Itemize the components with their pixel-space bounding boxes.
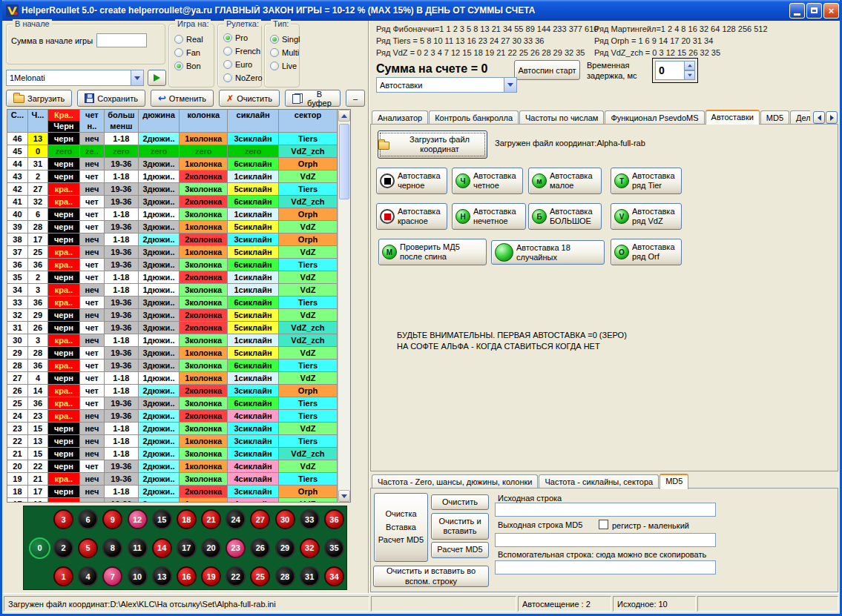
tab-частоты-по-числам[interactable]: Частоты по числам (519, 110, 604, 125)
table-row[interactable]: 3817черннеч1-182дюжи..2колонка3сиклайнOr… (7, 234, 338, 246)
table-row[interactable]: 406чернчет1-181дюжи..3колонка1сиклайнOrp… (7, 208, 338, 221)
table-row[interactable]: 432чернчет1-181дюжи..2колонка1сиклайнVdZ (7, 170, 338, 183)
board-number-17[interactable]: 17 (177, 538, 197, 558)
board-number-25[interactable]: 25 (250, 566, 270, 586)
board-number-7[interactable]: 7 (102, 566, 122, 586)
minimize-button[interactable] (789, 3, 805, 19)
board-number-26[interactable]: 26 (250, 538, 270, 558)
загрузить-button[interactable]: Загрузить (6, 90, 72, 107)
radio-game-real[interactable]: Real (174, 33, 214, 45)
board-number-15[interactable]: 15 (152, 509, 172, 529)
board-number-5[interactable]: 5 (78, 538, 98, 558)
table-row[interactable]: 4227кра..неч19-363дюжи..3колонка5сиклайн… (7, 183, 338, 196)
tab-анализатор[interactable]: Анализатор (372, 110, 428, 125)
chevron-down-icon[interactable] (131, 70, 143, 85)
tab-частота-zero-шансы-дюжины-колонки[interactable]: Частота - Zero, шансы, дюжины, колонки (372, 474, 538, 489)
board-number-28[interactable]: 28 (275, 566, 295, 586)
table-row[interactable]: 2836кра..чет19-363дюжи..3колонка6сиклайн… (7, 360, 338, 372)
delay-value[interactable]: 0 (655, 61, 684, 80)
radio-roulette-pro[interactable]: Pro (223, 32, 261, 44)
table-row[interactable]: 3725кра..неч19-363дюжи..1колонка5сиклайн… (7, 246, 338, 259)
md5-source-input[interactable] (495, 503, 716, 517)
table-row[interactable]: 4613черннеч1-182дюжи..1колонка3сиклайнTi… (7, 133, 338, 145)
автоставка-большое-button[interactable]: БАвтоставка БОЛЬШОЕ (528, 203, 602, 230)
profile-combobox[interactable]: 1Melonati (6, 70, 144, 86)
board-number-24[interactable]: 24 (226, 509, 246, 529)
load-coordinates-button[interactable]: Загрузить файл координат (378, 130, 487, 159)
radio-type-singl[interactable]: Singl (270, 33, 299, 45)
tab-автоставки[interactable]: Автоставки (705, 110, 760, 125)
tab-контроль-банкролла[interactable]: Контроль банкролла (429, 110, 519, 125)
table-row[interactable]: 2928чернчет19-363дюжи..1колонка5сиклайнV… (7, 347, 338, 360)
board-number-11[interactable]: 11 (128, 538, 148, 558)
table-row[interactable]: 352чернчет1-181дюжи..2колонка1сиклайнVdZ (7, 271, 338, 284)
board-number-30[interactable]: 30 (275, 509, 295, 529)
board-number-21[interactable]: 21 (201, 509, 221, 529)
table-row[interactable]: 2536кра..чет19-363дюжи..3колонка6сиклайн… (7, 397, 338, 410)
md5-clear-button[interactable]: Очистить (431, 494, 489, 510)
board-number-14[interactable]: 14 (152, 538, 172, 558)
board-number-27[interactable]: 27 (250, 509, 270, 529)
column-header-дюжина[interactable]: дюжина (138, 110, 180, 133)
tab-scroll-right-icon[interactable] (826, 111, 838, 124)
start-sum-input[interactable] (96, 33, 147, 47)
radio-type-multi[interactable]: Multi (270, 47, 299, 59)
board-number-2[interactable]: 2 (53, 538, 73, 558)
md5-clear-paste-button[interactable]: Очистить и вставить (431, 513, 489, 540)
radio-roulette-euro[interactable]: Euro (223, 59, 261, 70)
автоставка-ряд-tier-button[interactable]: ТАвтоставка ряд Tier (611, 168, 682, 194)
board-number-34[interactable]: 34 (324, 566, 344, 586)
board-number-0[interactable]: 0 (29, 537, 50, 559)
start-play-button[interactable] (148, 70, 166, 86)
radio-type-live[interactable]: Live (270, 60, 299, 72)
md5-aux-input[interactable] (495, 560, 716, 574)
board-number-12[interactable]: 12 (128, 509, 148, 529)
в-буфер-button[interactable]: В буфер (285, 90, 341, 107)
board-number-19[interactable]: 19 (201, 566, 221, 586)
автоставка-ряд-orf-button[interactable]: ОАвтоставка ряд Orf (611, 239, 682, 265)
chevron-down-icon[interactable] (504, 78, 516, 92)
очистить-button[interactable]: ✗Очистить (219, 90, 280, 107)
md5-calc-button[interactable]: Расчет MD5 (431, 542, 489, 558)
table-row[interactable]: 3636кра..чет19-363дюжи..3колонка6сиклайн… (7, 259, 338, 271)
проверить-мд5-после-спина-button[interactable]: МПроверить МД5 после спина (378, 239, 487, 265)
tab-scroll-left-icon[interactable] (813, 111, 825, 124)
table-row[interactable]: 1817черннеч1-182дюжи..2колонка3сиклайнOr… (7, 486, 338, 498)
tab-функционал-psevdoms[interactable]: Функционал PsevdoMS (605, 110, 704, 125)
table-row[interactable]: 2022чернчет19-362дюжи..1колонка4сиклайнV… (7, 460, 338, 473)
board-number-32[interactable]: 32 (300, 538, 320, 558)
table-scrollbar[interactable] (338, 110, 350, 502)
column-header-сиклайн[interactable]: сиклайн (228, 110, 279, 133)
board-number-1[interactable]: 1 (53, 566, 73, 586)
column-header-колонка[interactable]: колонка (180, 110, 228, 133)
md5-stack-button[interactable]: Очистка Вставка Расчет MD5 (374, 493, 428, 562)
column-header-чет[interactable]: четн.. (79, 110, 104, 133)
автоставка-18-случайных-button[interactable]: Автоставка 18 случайных (491, 240, 605, 265)
radio-roulette-french[interactable]: French (223, 45, 261, 57)
board-number-4[interactable]: 4 (78, 566, 98, 586)
board-number-33[interactable]: 33 (300, 509, 320, 529)
board-number-16[interactable]: 16 (177, 566, 197, 586)
table-row[interactable]: 1719кра..неч19-362дюжи..1колонка4сиклайн… (7, 498, 338, 503)
column-header-кра[interactable]: Кра..Черн (48, 110, 80, 133)
board-number-20[interactable]: 20 (201, 538, 221, 558)
radio-roulette-nozero[interactable]: NoZero (223, 72, 261, 84)
table-row[interactable]: 3229черннеч19-363дюжи..2колонка5сиклайнV… (7, 309, 338, 322)
автоставка-черное-button[interactable]: Автоставка черное (376, 168, 447, 194)
maximize-button[interactable] (806, 3, 822, 19)
scroll-down-icon[interactable] (338, 490, 350, 502)
board-number-31[interactable]: 31 (300, 566, 320, 586)
board-number-23[interactable]: 23 (226, 538, 246, 558)
table-row[interactable]: 3126чернчет19-363дюжи..2колонка5сиклайнV… (7, 322, 338, 334)
scroll-up-icon[interactable] (338, 110, 350, 122)
автоставка-малое-button[interactable]: мАвтоставка малое (528, 168, 602, 194)
board-number-8[interactable]: 8 (102, 538, 122, 558)
register-checkbox[interactable] (599, 520, 608, 529)
tab-md5[interactable]: MD5 (760, 110, 789, 125)
column-header-сектор[interactable]: сектор (278, 110, 337, 133)
автоставка-нечетное-button[interactable]: НАвтоставка нечетное (452, 203, 526, 230)
автоставка-четное-button[interactable]: ЧАвтоставка четное (452, 168, 523, 194)
md5-clear-paste-aux-button[interactable]: Очистить и вставить во вспом. строку (373, 566, 489, 587)
отменить-button[interactable]: ↩Отменить (151, 90, 214, 107)
tab-делени[interactable]: Делени (790, 110, 810, 125)
